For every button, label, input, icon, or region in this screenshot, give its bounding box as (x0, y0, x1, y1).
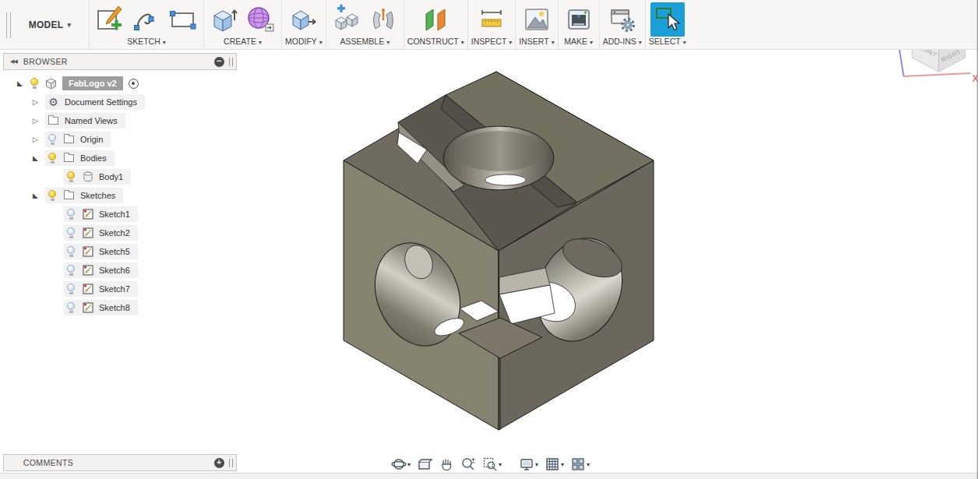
modify-menu[interactable]: MODIFY▾ (285, 37, 323, 48)
look-at-button[interactable] (415, 456, 434, 473)
grid-settings-button[interactable]: ▾ (543, 456, 566, 473)
browser-panel-header[interactable]: ◀◀ BROWSER − (3, 53, 237, 70)
chevron-down-icon: ▾ (499, 461, 502, 468)
chevron-down-icon: ▾ (639, 39, 642, 46)
visibility-bulb-on-icon[interactable] (66, 171, 76, 183)
orbit-icon (391, 456, 407, 472)
comments-panel-header[interactable]: ◀◀ COMMENTS + (3, 454, 237, 471)
expand-toggle-icon[interactable]: ▷ (31, 98, 40, 106)
joint-button[interactable] (366, 2, 400, 37)
select-button[interactable] (650, 2, 685, 37)
create-sketch-button[interactable] (93, 2, 127, 37)
tree-item-label: Sketch2 (99, 228, 130, 238)
canvas-icon (521, 4, 552, 35)
tree-item-sketch5[interactable]: Sketch5 (3, 242, 237, 261)
tree-item-sketch1[interactable]: Sketch1 (3, 205, 237, 224)
visibility-bulb-on-icon[interactable] (48, 152, 58, 164)
tree-item-named-views[interactable]: ▷ Named Views (3, 111, 237, 130)
chevron-down-icon: ▾ (407, 461, 411, 468)
create-menu[interactable]: CREATE▾ (224, 37, 262, 48)
insert-menu[interactable]: INSERT▾ (519, 37, 554, 48)
browser-panel-title: BROWSER (23, 57, 214, 66)
tree-item-sketch8[interactable]: Sketch8 (3, 298, 237, 317)
tree-item-sketch2[interactable]: Sketch2 (3, 224, 237, 242)
pan-button[interactable] (437, 456, 456, 473)
visibility-bulb-off-icon[interactable] (66, 227, 76, 239)
window-border (977, 0, 978, 479)
window-zoom-button[interactable]: ▾ (481, 456, 503, 473)
press-pull-button[interactable] (287, 2, 321, 37)
look-at-icon (417, 456, 432, 472)
panel-plus-icon[interactable]: + (214, 458, 224, 468)
orbit-button[interactable]: ▾ (390, 456, 412, 473)
folder-icon (63, 153, 75, 164)
rectangle-button[interactable] (166, 2, 200, 37)
construct-menu[interactable]: CONSTRUCT▾ (407, 37, 464, 48)
chevron-down-icon: ▾ (461, 39, 464, 46)
measure-icon (476, 4, 507, 35)
new-component-button[interactable] (330, 2, 364, 37)
tree-item-sketches[interactable]: ◣ Sketches (3, 186, 237, 205)
visibility-bulb-off-icon[interactable] (66, 208, 76, 220)
tree-item-origin[interactable]: ▷ Origin (3, 130, 237, 149)
select-menu[interactable]: SELECT▾ (649, 37, 686, 48)
panel-minus-icon[interactable]: − (214, 57, 224, 67)
tree-item-bodies[interactable]: ◣ Bodies (3, 149, 237, 167)
zoom-button[interactable] (459, 456, 478, 473)
visibility-bulb-off-icon[interactable] (66, 264, 76, 276)
folder-icon (63, 190, 75, 202)
construction-plane-button[interactable] (418, 2, 453, 37)
visibility-bulb-off-icon[interactable] (66, 283, 76, 295)
viewports-button[interactable]: ▾ (569, 456, 591, 473)
expand-toggle-icon[interactable]: ▷ (31, 136, 40, 143)
create-form-button[interactable] (244, 2, 278, 37)
tree-item-label: Sketches (80, 191, 115, 200)
activate-component-radio[interactable] (129, 79, 139, 89)
fusion360-window: { "glyphs": { "caret": "▾", "expanded": … (0, 0, 980, 479)
display-settings-icon (519, 456, 534, 472)
toolbar-group-construct: CONSTRUCT▾ (404, 0, 467, 49)
panel-resize-grip[interactable] (229, 58, 233, 66)
make-3d-print-button[interactable] (562, 2, 596, 37)
scripts-addins-button[interactable] (605, 2, 640, 37)
expand-toggle-icon[interactable]: ▷ (31, 117, 40, 125)
chevron-down-icon: ▾ (535, 461, 538, 468)
assemble-menu[interactable]: ASSEMBLE▾ (340, 37, 390, 48)
spline-button[interactable] (129, 2, 164, 37)
toolbar-group-make: MAKE▾ (558, 0, 599, 49)
zoom-icon (460, 456, 476, 472)
inspect-menu[interactable]: INSPECT▾ (471, 37, 513, 48)
extrude-icon (209, 4, 240, 35)
expand-toggle-icon[interactable]: ◣ (16, 79, 24, 87)
tree-item-body1[interactable]: Body1 (3, 167, 237, 186)
addins-menu[interactable]: ADD-INS▾ (603, 37, 642, 48)
pan-icon (439, 456, 454, 472)
expand-toggle-icon[interactable]: ◣ (31, 192, 40, 199)
insert-canvas-button[interactable] (520, 2, 554, 37)
collapse-panel-icon[interactable]: ◀◀ (10, 58, 17, 65)
extrude-button[interactable] (207, 2, 241, 37)
visibility-bulb-on-icon[interactable] (48, 189, 58, 202)
panel-resize-grip[interactable] (229, 459, 233, 467)
tree-item-fablogo-v2[interactable]: ◣ FabLogo v2 (3, 74, 237, 93)
toolbar-group-insert: INSERT▾ (515, 0, 557, 49)
expand-toggle-icon[interactable]: ◣ (31, 154, 40, 162)
visibility-bulb-off-icon[interactable] (66, 245, 76, 258)
tree-item-sketch7[interactable]: Sketch7 (3, 280, 237, 298)
visibility-bulb-off-icon[interactable] (48, 133, 58, 146)
chevron-down-icon: ▾ (259, 39, 262, 46)
sketch-menu[interactable]: SKETCH▾ (127, 37, 166, 48)
tree-item-label: FabLogo v2 (62, 76, 123, 90)
construction-plane-icon (420, 4, 451, 35)
toolbar-group-modify: MODIFY▾ (281, 0, 326, 49)
tree-item-document-settings[interactable]: ▷ ⚙ Document Settings (3, 93, 237, 111)
measure-button[interactable] (474, 2, 509, 37)
visibility-bulb-off-icon[interactable] (66, 301, 76, 314)
make-menu[interactable]: MAKE▾ (564, 37, 593, 48)
viewports-icon (570, 456, 586, 472)
workspace-switcher[interactable]: MODEL ▾ (11, 0, 89, 49)
tree-item-sketch6[interactable]: Sketch6 (3, 261, 237, 280)
navigation-toolbar: ▾ ▾ ▾ (390, 455, 591, 474)
display-settings-button[interactable]: ▾ (517, 456, 540, 473)
visibility-bulb-on-icon[interactable] (30, 77, 40, 90)
